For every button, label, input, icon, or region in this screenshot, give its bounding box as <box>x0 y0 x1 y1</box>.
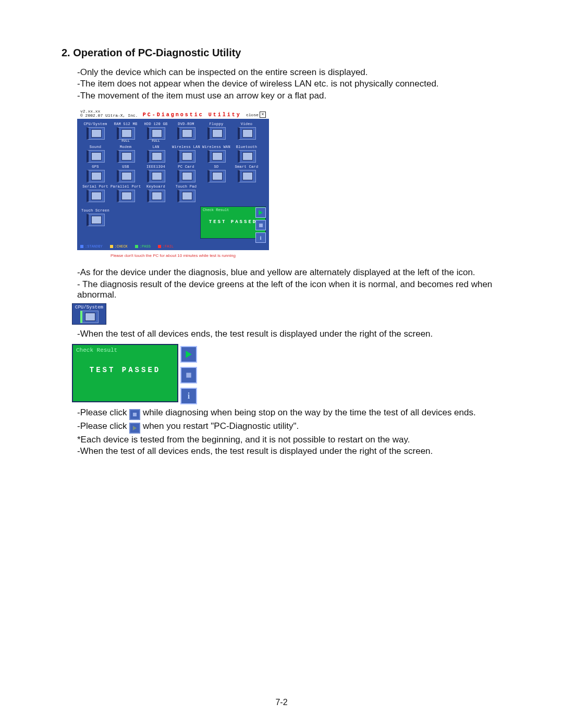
play-button[interactable] <box>255 207 266 218</box>
stop-icon-inline <box>129 409 140 420</box>
play-icon <box>185 351 192 358</box>
section-heading: 2. Operation of PC-Diagnostic Utility <box>62 47 563 59</box>
device-icon <box>238 150 256 163</box>
legend-item: :PASS <box>135 244 151 249</box>
device-tile[interactable]: PC Card <box>171 165 201 182</box>
stop-button[interactable] <box>255 220 266 230</box>
device-tile[interactable]: Bluetooth <box>231 145 262 163</box>
device-tile[interactable]: HDD 120 GBFULL <box>141 122 171 143</box>
device-tile[interactable]: Video <box>231 122 262 143</box>
device-label: CPU/System <box>80 122 111 127</box>
explain-2: -When the test of all devices ends, the … <box>77 329 532 339</box>
cpu-tile-label: CPU/System <box>74 305 105 310</box>
device-tile[interactable]: SD <box>201 165 231 182</box>
device-tile[interactable]: Serial Port <box>80 184 111 202</box>
diag-copyright: © 2002.07 Ultra-X, Inc. <box>80 114 138 118</box>
device-label: Touch Screen <box>80 208 111 213</box>
device-icon <box>147 150 165 163</box>
device-tile[interactable]: Sound <box>80 145 111 163</box>
device-icon <box>147 127 165 140</box>
legend: :STANDBY:CHECK:PASS:FAIL <box>80 244 266 249</box>
check-result-value: TEST PASSED <box>203 219 263 225</box>
big-check-result: Check Result TEST PASSED i <box>72 344 178 402</box>
svg-rect-0 <box>259 224 263 227</box>
device-icon <box>87 170 105 182</box>
device-tile[interactable]: GPS <box>80 165 111 182</box>
info-icon: i <box>188 391 190 401</box>
device-icon <box>117 170 135 182</box>
device-label: Keyboard <box>141 184 171 189</box>
device-icon <box>207 150 226 163</box>
device-tile[interactable]: Parallel Port <box>111 184 141 202</box>
device-tile[interactable]: DVD-ROM <box>171 122 201 143</box>
device-tile[interactable]: Touch Screen <box>80 208 111 226</box>
device-label: USB <box>111 165 141 169</box>
legend-item: :FAIL <box>158 244 174 249</box>
intro-text: -Only the device which can be inspected … <box>77 67 532 101</box>
device-label: Wireless LAN <box>171 145 201 150</box>
device-label: Bluetooth <box>231 145 262 150</box>
device-icon <box>117 127 135 140</box>
device-label: GPS <box>80 165 111 169</box>
device-label: Parallel Port <box>111 184 141 189</box>
device-tile[interactable]: Floppy <box>201 122 231 143</box>
device-label: Smart Card <box>231 165 262 169</box>
device-tile[interactable]: Wireless LAN <box>171 145 201 163</box>
device-tile[interactable]: Smart Card <box>231 165 262 182</box>
info-button-large[interactable]: i <box>180 388 197 404</box>
device-tile[interactable]: Wireless WAN <box>201 145 231 163</box>
cpu-tile: CPU/System <box>72 303 106 325</box>
device-icon <box>207 170 226 182</box>
device-icon <box>117 150 135 163</box>
device-tile[interactable]: Touch Pad <box>171 184 201 202</box>
device-icon <box>87 214 105 226</box>
check-result-label: Check Result <box>203 208 263 212</box>
svg-rect-1 <box>186 373 191 377</box>
device-icon <box>177 150 195 163</box>
diagnostic-screenshot: v2.xx.xx © 2002.07 Ultra-X, Inc. PC-Diag… <box>77 108 269 250</box>
device-icon <box>87 190 105 202</box>
device-label: Floppy <box>201 122 231 127</box>
device-tile[interactable]: RAM 512 MBFULL <box>111 122 141 143</box>
play-icon-inline <box>129 423 140 434</box>
device-icon <box>147 190 165 202</box>
device-sublabel: FULL <box>111 140 141 143</box>
big-check-label: Check Result <box>73 345 177 355</box>
device-tile[interactable]: CPU/System <box>80 122 111 143</box>
legend-item: :STANDBY <box>80 244 103 249</box>
device-icon <box>238 170 256 182</box>
device-icon <box>87 127 105 140</box>
device-tile[interactable]: IEEE1394 <box>141 165 171 182</box>
cpu-tile-icon <box>80 311 99 323</box>
close-button[interactable]: close × <box>246 112 266 118</box>
big-check-value: TEST PASSED <box>73 366 177 374</box>
device-label: IEEE1394 <box>141 165 171 169</box>
stop-icon <box>186 372 192 378</box>
device-icon <box>147 170 165 182</box>
play-button-large[interactable] <box>180 346 197 363</box>
diag-warning: Please don't touch the PC for about 10 m… <box>77 253 269 258</box>
device-label: LAN <box>141 145 171 150</box>
device-tile[interactable]: Keyboard <box>141 184 171 202</box>
device-label: DVD-ROM <box>171 122 201 127</box>
close-icon: × <box>260 112 266 118</box>
device-tile[interactable]: USB <box>111 165 141 182</box>
legend-item: :CHECK <box>110 244 128 249</box>
device-icon <box>177 170 195 182</box>
svg-rect-2 <box>133 413 137 416</box>
device-label: PC Card <box>171 165 201 169</box>
play-icon <box>258 210 263 215</box>
diag-title: PC-Diagnostic Utility <box>143 112 241 118</box>
device-tile[interactable]: LAN <box>141 145 171 163</box>
info-button[interactable]: i <box>255 232 266 243</box>
info-icon: i <box>260 235 261 241</box>
device-sublabel: FULL <box>141 140 171 143</box>
device-label: Modem <box>111 145 141 150</box>
device-icon <box>87 150 105 163</box>
page-number: 7-2 <box>0 698 563 707</box>
device-tile[interactable]: Modem <box>111 145 141 163</box>
device-label: Wireless WAN <box>201 145 231 150</box>
device-label: HDD 120 GB <box>141 122 171 127</box>
stop-button-large[interactable] <box>180 367 197 384</box>
explain-1: -As for the device under the diagnosis, … <box>77 267 532 300</box>
